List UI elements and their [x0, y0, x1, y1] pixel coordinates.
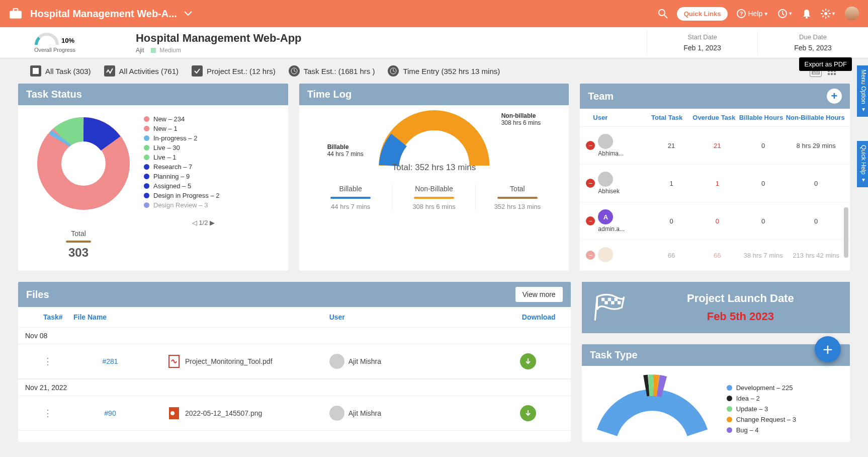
quick-links-button[interactable]: Quick Links	[677, 7, 728, 21]
priority-chip	[151, 48, 156, 53]
flag-icon	[594, 293, 626, 322]
legend-item: Live – 30	[144, 144, 220, 151]
legend-item: In-progress – 2	[144, 134, 220, 142]
team-panel: Team + User Total Task Overdue Task Bill…	[580, 84, 850, 271]
task-status-donut	[33, 113, 134, 214]
scrollbar[interactable]	[844, 207, 848, 258]
legend-pager[interactable]: ◁ 1/2 ▶	[119, 219, 288, 226]
help-button[interactable]: ? Help▼	[737, 9, 768, 18]
project-name: Hospital Management Web-App	[136, 32, 302, 45]
team-row: − Abhima... 21 21 0 8 hrs 29 mins	[580, 127, 850, 165]
stats-row: All Task (303) All Activities (761) Proj…	[0, 58, 868, 84]
file-row: ⋮ #281 Project_Monitoring_Tool.pdf Ajit …	[18, 344, 571, 379]
task-type-panel: Task Type Development – 225Idea – 2Updat…	[582, 344, 850, 442]
svg-rect-39	[604, 301, 607, 304]
gear-icon[interactable]: ▼	[821, 9, 836, 19]
remove-member-button[interactable]: −	[586, 251, 595, 260]
svg-line-13	[822, 10, 824, 12]
file-date-group: Nov 21, 2022	[18, 379, 571, 396]
file-date-group: Nov 08	[18, 327, 571, 344]
stat-task-est[interactable]: Task Est.: (1681 hrs )	[289, 65, 375, 77]
svg-line-14	[828, 16, 829, 17]
check-icon	[192, 65, 203, 77]
view-more-button[interactable]: View more	[515, 287, 563, 302]
legend-item: Live – 1	[144, 154, 220, 161]
svg-rect-40	[611, 301, 614, 304]
user-avatar-icon	[598, 134, 613, 149]
clock-icon	[289, 65, 300, 77]
remove-member-button[interactable]: −	[586, 141, 595, 150]
legend-item: New – 1	[144, 125, 220, 132]
team-row: − 66 66 38 hrs 7 mins 213 hrs 42 mins	[580, 240, 850, 271]
files-panel: Files View more Task# File Name User Dow…	[18, 282, 571, 442]
panel-title: Time Log	[299, 84, 569, 105]
time-log-chart: Billable44 hrs 7 mins Non-billable308 hr…	[309, 110, 559, 176]
remove-member-button[interactable]: −	[586, 179, 595, 188]
time-log-panel: Time Log Billable44 hrs 7 mins Non-billa…	[299, 84, 569, 271]
stat-time-entry[interactable]: Time Entry (352 hrs 13 mins)	[388, 65, 500, 77]
files-table-header: Task# File Name User Download	[18, 307, 571, 327]
launch-date: Feb 5th 2023	[643, 310, 838, 323]
progress-label: Overall Progress	[34, 47, 75, 53]
task-type-donut	[592, 371, 713, 437]
legend-item: Design in Progress – 2	[144, 192, 220, 199]
stat-all-activities[interactable]: All Activities (761)	[104, 65, 179, 77]
project-title[interactable]: Hospital Management Web-A...	[30, 8, 177, 20]
svg-text:?: ?	[740, 11, 743, 17]
briefcase-icon	[9, 8, 22, 19]
svg-rect-41	[618, 301, 621, 304]
user-avatar-icon	[329, 354, 344, 369]
file-name: 2022-05-12_145507.png	[185, 409, 262, 417]
legend-item: Bug – 4	[727, 426, 796, 434]
task-status-panel: Task Status New – 234New – 1In-progress …	[18, 84, 288, 271]
task-type-legend: Development – 225Idea – 2Update – 3Chang…	[713, 371, 796, 437]
legend-item: Design Review – 3	[144, 201, 220, 209]
project-subtitle: Ajit Medium	[136, 47, 302, 54]
activity-icon	[104, 65, 115, 77]
clock-icon	[388, 65, 399, 77]
svg-rect-37	[607, 298, 611, 301]
legend-item: Development – 225	[727, 384, 796, 392]
task-link[interactable]: #90	[52, 409, 168, 417]
user-avatar[interactable]	[845, 7, 859, 21]
time-log-col: Billable44 hrs 7 mins	[309, 185, 393, 210]
launch-date-panel: Project Launch Date Feb 5th 2023	[582, 282, 850, 333]
time-log-col: Non-Billable308 hrs 6 mins	[393, 185, 476, 210]
history-icon[interactable]: ▼	[777, 9, 793, 19]
add-fab-button[interactable]: +	[815, 336, 841, 362]
legend-item: Assigned – 5	[144, 182, 220, 190]
svg-point-2	[659, 10, 665, 16]
svg-point-34	[170, 411, 175, 415]
quick-help-tab[interactable]: Quick Help ▾	[857, 141, 868, 187]
stat-project-est[interactable]: Project Est.: (12 hrs)	[192, 65, 276, 77]
team-row: − Aadmin.a... 0 0 0 0	[580, 202, 850, 240]
task-link[interactable]: #281	[52, 357, 168, 365]
svg-rect-17	[33, 68, 39, 74]
remove-member-button[interactable]: −	[586, 216, 595, 225]
add-team-member-button[interactable]: +	[827, 89, 842, 104]
download-button[interactable]	[520, 353, 536, 369]
legend-item: New – 234	[144, 115, 220, 123]
time-log-summary: Billable44 hrs 7 minsNon-Billable308 hrs…	[309, 185, 559, 210]
due-date: Due Date Feb 5, 2023	[757, 30, 868, 55]
user-avatar-icon	[598, 247, 613, 262]
kebab-menu-icon[interactable]: ⋮	[43, 356, 52, 367]
download-button[interactable]	[520, 405, 536, 421]
svg-rect-28	[828, 73, 830, 75]
stat-all-task[interactable]: All Task (303)	[30, 65, 91, 77]
svg-rect-36	[601, 298, 604, 301]
team-row: − Abhisek 1 1 0 0	[580, 165, 850, 202]
menu-option-tab[interactable]: Menu Option ▾	[857, 65, 868, 117]
bell-icon[interactable]	[802, 9, 812, 19]
user-avatar-icon	[329, 406, 344, 421]
svg-rect-38	[614, 298, 617, 301]
start-date: Start Date Feb 1, 2023	[647, 30, 757, 55]
svg-rect-29	[831, 73, 833, 75]
chevron-down-icon[interactable]	[184, 11, 192, 16]
search-icon[interactable]	[658, 9, 668, 19]
kebab-menu-icon[interactable]: ⋮	[43, 408, 52, 419]
svg-rect-0	[10, 11, 22, 19]
panel-title: Task Type	[582, 344, 850, 366]
legend-item: Planning – 9	[144, 173, 220, 180]
pdf-file-icon	[168, 354, 180, 368]
